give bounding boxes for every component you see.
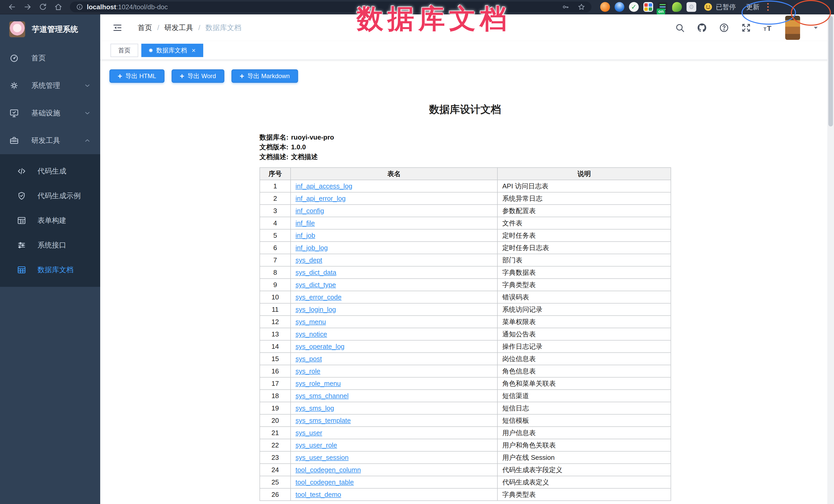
close-icon[interactable]: ×	[192, 47, 196, 54]
table-row: 10 sys_error_code 错误码表	[260, 291, 671, 303]
table-name-link[interactable]: sys_user_role	[295, 441, 337, 449]
table-row: 23 sys_user_session 用户在线 Session	[260, 451, 671, 464]
password-key-icon[interactable]	[562, 3, 569, 11]
pin-extension-icon[interactable]	[615, 2, 624, 12]
table-name-link[interactable]: inf_api_access_log	[295, 182, 352, 190]
sidebar-item-codegen-example[interactable]: 代码生成示例	[0, 183, 100, 208]
table-name-link[interactable]: sys_operate_log	[295, 343, 345, 350]
grid-extension-icon[interactable]	[643, 2, 653, 12]
logo-avatar	[9, 21, 25, 37]
col-header-desc: 说明	[498, 168, 671, 180]
table-name-link[interactable]: tool_test_demo	[295, 491, 341, 498]
tab-home[interactable]: 首页	[110, 44, 138, 57]
table-name-link[interactable]: sys_user	[295, 429, 322, 437]
infra-icon	[9, 108, 19, 118]
table-name-link[interactable]: sys_user_session	[295, 454, 349, 461]
table-name-link[interactable]: sys_notice	[295, 330, 327, 338]
row-description: 操作日志记录	[498, 340, 671, 353]
dark-extension-icon[interactable]: on	[658, 2, 667, 12]
db-name-row: 数据库名:ruoyi-vue-pro	[260, 132, 671, 142]
row-table-name: sys_operate_log	[291, 340, 498, 353]
reload-icon[interactable]	[39, 3, 47, 11]
table-name-link[interactable]: tool_codegen_table	[295, 478, 354, 486]
breadcrumb-devtools[interactable]: 研发工具	[164, 23, 193, 32]
doc-desc-value: 文档描述	[291, 153, 318, 161]
leaf-extension-icon[interactable]	[672, 2, 682, 12]
address-bar[interactable]: localhost:1024/tool/db-doc	[70, 2, 591, 12]
table-name-link[interactable]: sys_login_log	[295, 306, 336, 313]
sidebar-item-form-builder[interactable]: 表单构建	[0, 208, 100, 233]
sidebar-item-api[interactable]: 系统接口	[0, 233, 100, 258]
chevron-down-icon	[84, 109, 91, 117]
annotation-ellipse-blue	[742, 1, 796, 25]
paused-extension-chip[interactable]: 已暂停	[703, 2, 736, 12]
table-name-link[interactable]: sys_sms_template	[295, 417, 351, 424]
scrollbar-thumb[interactable]	[828, 16, 833, 127]
export-html-button[interactable]: + 导出 HTML	[109, 69, 164, 83]
search-icon[interactable]	[675, 23, 685, 33]
export-word-button[interactable]: + 导出 Word	[172, 69, 224, 83]
table-row: 7 sys_dept 部门表	[260, 254, 671, 266]
table-name-link[interactable]: sys_dept	[295, 256, 322, 264]
tab-db-doc[interactable]: 数据库文档 ×	[141, 44, 203, 57]
row-table-name: inf_job	[291, 229, 498, 242]
table-name-link[interactable]: inf_config	[295, 207, 324, 215]
row-description: 部门表	[498, 254, 671, 266]
table-name-link[interactable]: sys_role	[295, 367, 321, 375]
row-table-name: sys_role_menu	[291, 377, 498, 390]
table-name-link[interactable]: sys_menu	[295, 318, 326, 326]
breadcrumb-current: 数据库文档	[205, 23, 242, 32]
row-table-name: sys_error_code	[291, 291, 498, 303]
export-html-label: 导出 HTML	[125, 72, 156, 80]
sidebar-item-db-doc[interactable]: 数据库文档	[0, 258, 100, 282]
table-name-link[interactable]: inf_job_log	[295, 244, 328, 251]
table-name-link[interactable]: sys_role_menu	[295, 379, 341, 387]
check-extension-icon[interactable]: ✓	[629, 2, 639, 12]
row-description: 代码生成表字段定义	[498, 464, 671, 476]
row-description: 通知公告表	[498, 328, 671, 340]
sidebar-item-codegen[interactable]: 代码生成	[0, 159, 100, 183]
back-icon[interactable]	[8, 3, 17, 11]
table-name-link[interactable]: tool_codegen_column	[295, 466, 361, 474]
page-scrollbar[interactable]	[827, 15, 834, 504]
table-name-link[interactable]: sys_error_code	[295, 293, 342, 301]
bookmark-star-icon[interactable]	[577, 3, 585, 11]
sidebar-item-home[interactable]: 首页	[0, 44, 100, 72]
sidebar-fold-icon[interactable]	[112, 22, 123, 33]
tab-label: 首页	[118, 46, 131, 54]
table-name-link[interactable]: sys_dict_type	[295, 281, 336, 289]
row-table-name: sys_user	[291, 426, 498, 439]
table-name-link[interactable]: sys_sms_channel	[295, 392, 349, 400]
breadcrumb-home[interactable]: 首页	[138, 23, 152, 32]
svg-text:T: T	[767, 24, 771, 32]
github-icon[interactable]	[697, 23, 707, 33]
home-icon[interactable]	[54, 3, 63, 11]
col-header-index: 序号	[260, 168, 291, 180]
table-name-link[interactable]: inf_file	[295, 219, 315, 227]
app-logo[interactable]: 芋道管理系统	[0, 15, 100, 44]
row-index: 16	[260, 365, 291, 377]
export-markdown-button[interactable]: + 导出 Markdown	[232, 69, 298, 83]
sidebar-item-system[interactable]: 系统管理	[0, 72, 100, 99]
table-name-link[interactable]: inf_api_error_log	[295, 195, 346, 202]
table-row: 4 inf_file 文件表	[260, 217, 671, 229]
breadcrumb-separator: /	[198, 24, 200, 32]
sidebar-subitem-label: 系统接口	[38, 240, 66, 250]
site-info-icon[interactable]	[76, 3, 83, 10]
row-table-name: tool_test_demo	[291, 488, 498, 501]
sidebar-item-devtools[interactable]: 研发工具	[0, 127, 100, 154]
table-name-link[interactable]: inf_job	[295, 232, 315, 239]
app-title: 芋道管理系统	[32, 24, 78, 35]
sidebar-item-infra[interactable]: 基础设施	[0, 99, 100, 127]
puzzle-extension-icon[interactable]: ⚙	[686, 2, 696, 12]
orange-extension-icon[interactable]	[600, 2, 610, 12]
fullscreen-icon[interactable]	[741, 23, 751, 33]
help-icon[interactable]	[719, 23, 729, 33]
forward-icon[interactable]	[23, 3, 32, 11]
url-text[interactable]: localhost:1024/tool/db-doc	[87, 3, 168, 11]
table-name-link[interactable]: sys_post	[295, 355, 322, 363]
table-name-link[interactable]: sys_sms_log	[295, 404, 334, 412]
row-index: 5	[260, 229, 291, 242]
row-table-name: inf_api_access_log	[291, 180, 498, 192]
table-name-link[interactable]: sys_dict_data	[295, 268, 336, 276]
